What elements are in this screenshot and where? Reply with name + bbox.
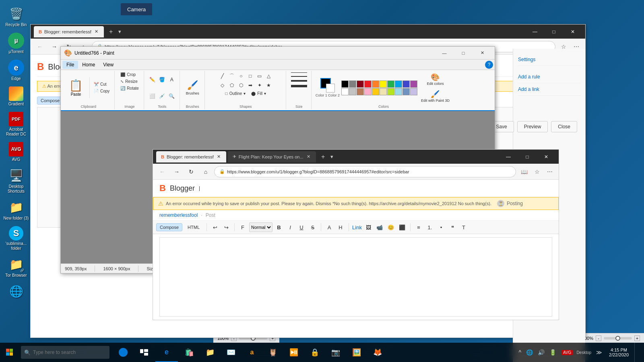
edit-paint3d-btn[interactable]: 🖌️ Edit with Paint 3D bbox=[419, 88, 452, 104]
text-tool[interactable]: A bbox=[167, 75, 176, 84]
notification-chevron[interactable]: ^ bbox=[517, 349, 522, 356]
browser-tab-overflow-front[interactable]: ▾ bbox=[329, 154, 335, 160]
align-btn[interactable]: ≡ bbox=[414, 222, 423, 232]
video-btn[interactable]: 📹 bbox=[375, 222, 384, 232]
diamond-shape[interactable]: ◇ bbox=[218, 81, 227, 90]
italic-btn[interactable]: I bbox=[285, 222, 295, 232]
color-green[interactable] bbox=[387, 80, 394, 88]
color-lavender[interactable] bbox=[410, 88, 417, 95]
browser-maximize-back[interactable]: □ bbox=[545, 25, 563, 39]
browser-tab-overflow-back[interactable]: ▾ bbox=[117, 29, 123, 35]
color-red[interactable] bbox=[364, 80, 372, 88]
taskbar-amazon[interactable]: a bbox=[242, 343, 262, 362]
copy-btn[interactable]: 📄 Copy bbox=[92, 88, 111, 94]
browser-addressbar-front[interactable]: 🔒 https://www.blogger.com/u/1/blogger.g?… bbox=[214, 166, 495, 177]
paint-menu-view[interactable]: View bbox=[99, 61, 118, 69]
show-desktop-btn[interactable] bbox=[634, 343, 640, 362]
paint-maximize-btn[interactable]: □ bbox=[454, 47, 473, 59]
utorrent-icon[interactable]: µ µTorrent bbox=[1, 31, 31, 56]
fill-color-btn[interactable]: ⬤ Fill▾ bbox=[250, 90, 268, 97]
browser-back-btn-front[interactable]: ← bbox=[156, 166, 168, 178]
bold-btn[interactable]: B bbox=[274, 222, 284, 232]
close-btn-back[interactable]: Close bbox=[551, 121, 577, 132]
zoom-slider-bottom-right[interactable] bbox=[604, 337, 632, 339]
zoom-in-bottom-right[interactable]: + bbox=[634, 335, 640, 341]
hexagon-shape[interactable]: ⬡ bbox=[237, 81, 246, 90]
taskbar-task-view[interactable] bbox=[134, 343, 154, 362]
flight-plan-tab[interactable]: ✈ Flight Plan: Keep Your Eyes on... ✕ bbox=[228, 151, 316, 162]
color2-swatch[interactable] bbox=[326, 84, 335, 93]
color-gold[interactable] bbox=[372, 88, 379, 95]
color-lime[interactable] bbox=[387, 88, 394, 95]
rotate-btn[interactable]: 🔄 Rotate bbox=[119, 85, 140, 91]
eraser-tool[interactable]: ⬜ bbox=[148, 92, 157, 101]
paste-btn[interactable]: 📋 Paste bbox=[66, 77, 86, 98]
link-btn[interactable]: Link bbox=[352, 222, 362, 232]
battery-icon[interactable]: 🔋 bbox=[548, 349, 557, 356]
size4-btn[interactable] bbox=[290, 84, 308, 88]
browser-tab-blogger-front[interactable]: B Blogger: rememberlessf ✕ bbox=[156, 151, 226, 162]
blogger-editor-area[interactable] bbox=[159, 237, 495, 263]
start-button[interactable] bbox=[0, 343, 19, 362]
jump-break-btn[interactable]: ⬛ bbox=[397, 222, 407, 232]
color-pink[interactable] bbox=[364, 88, 372, 95]
chevron-show-more[interactable]: ≫ bbox=[595, 349, 603, 356]
settings-link[interactable]: Settings bbox=[518, 53, 580, 66]
browser-home-btn-front[interactable]: ⌂ bbox=[200, 166, 212, 178]
triangle-shape[interactable]: △ bbox=[264, 72, 273, 80]
taskbar-firefox[interactable]: 🦊 bbox=[368, 343, 387, 362]
network-icon[interactable]: 🌐 bbox=[525, 349, 534, 356]
color-cream[interactable] bbox=[380, 88, 387, 95]
font-size-select[interactable]: Normal bbox=[249, 222, 272, 232]
color-brown[interactable] bbox=[357, 88, 364, 95]
browser-forward-btn-front[interactable]: → bbox=[171, 166, 183, 178]
color-blue[interactable] bbox=[402, 80, 410, 88]
new-folder-icon[interactable]: 📁 New folder (3) bbox=[1, 197, 31, 222]
pentagon-shape[interactable]: ⬠ bbox=[227, 81, 236, 90]
unordered-list-btn[interactable]: • bbox=[436, 222, 446, 232]
quote-btn[interactable]: ❝ bbox=[448, 222, 457, 232]
browser-tab-blogger-back[interactable]: B Blogger: rememberlessf ✕ bbox=[34, 26, 104, 37]
browser-refresh-btn-front[interactable]: ↻ bbox=[185, 166, 197, 178]
taskbar-store[interactable]: 🛍️ bbox=[180, 343, 199, 362]
taskbar-files[interactable]: 📁 bbox=[200, 343, 220, 362]
emoji-btn[interactable]: 😊 bbox=[386, 222, 396, 232]
paint-canvas-area[interactable]: B Blogger: rememberlessf ✕ ✈ Flight Plan… bbox=[61, 111, 495, 263]
acrobat-icon[interactable]: PDF Acrobat Reader DC bbox=[1, 110, 31, 138]
color-white[interactable] bbox=[341, 88, 349, 95]
blogger-tab-close-front[interactable]: ✕ bbox=[216, 154, 221, 159]
taskbar-security[interactable]: 🔒 bbox=[305, 343, 324, 362]
paint-menu-file[interactable]: File bbox=[62, 61, 78, 69]
ordered-list-btn[interactable]: 1. bbox=[425, 222, 435, 232]
cut-btn[interactable]: ✂️ Cut bbox=[92, 81, 111, 87]
size2-btn[interactable] bbox=[290, 75, 308, 78]
browser-forward-btn-back[interactable]: → bbox=[48, 41, 60, 53]
color-cyan[interactable] bbox=[395, 80, 402, 88]
skype-icon[interactable]: S 'sublimina... folder bbox=[1, 224, 31, 253]
line-shape[interactable]: ╱ bbox=[218, 72, 227, 80]
arrow-shape[interactable]: ➡ bbox=[246, 81, 255, 90]
taskbar-media[interactable]: ⏯️ bbox=[284, 343, 303, 362]
add-link-link[interactable]: Add a link bbox=[518, 83, 580, 96]
strikethrough-btn[interactable]: S̶ bbox=[308, 222, 318, 232]
compose-tab[interactable]: Compose bbox=[156, 223, 182, 231]
html-tab[interactable]: HTML bbox=[184, 223, 203, 231]
gradient-icon[interactable]: Gradient bbox=[1, 85, 31, 108]
color-orange[interactable] bbox=[372, 80, 379, 88]
brushes-btn[interactable]: 🖌️ Brushes bbox=[184, 76, 201, 99]
curve-shape[interactable]: ⌒ bbox=[227, 72, 236, 80]
color-purple[interactable] bbox=[410, 80, 417, 88]
camera-tab[interactable]: Camera bbox=[121, 3, 152, 15]
taskbar-cortana[interactable] bbox=[114, 343, 133, 362]
highlight-btn[interactable]: H bbox=[336, 222, 345, 232]
tor-browser-icon[interactable]: 🌐 bbox=[1, 282, 31, 302]
color-gray[interactable] bbox=[349, 80, 356, 88]
search-input[interactable] bbox=[33, 350, 97, 355]
desktop-shortcuts-icon[interactable]: 🖥️ Desktop Shortcuts bbox=[1, 166, 31, 195]
pencil-tool[interactable]: ✏️ bbox=[148, 75, 157, 84]
taskbar-mail[interactable]: ✉️ bbox=[221, 343, 241, 362]
browser-tab-close-back[interactable]: ✕ bbox=[94, 29, 99, 34]
redo-btn[interactable]: ↪ bbox=[221, 222, 231, 232]
size1-btn[interactable] bbox=[290, 72, 308, 74]
color-black[interactable] bbox=[341, 80, 349, 88]
